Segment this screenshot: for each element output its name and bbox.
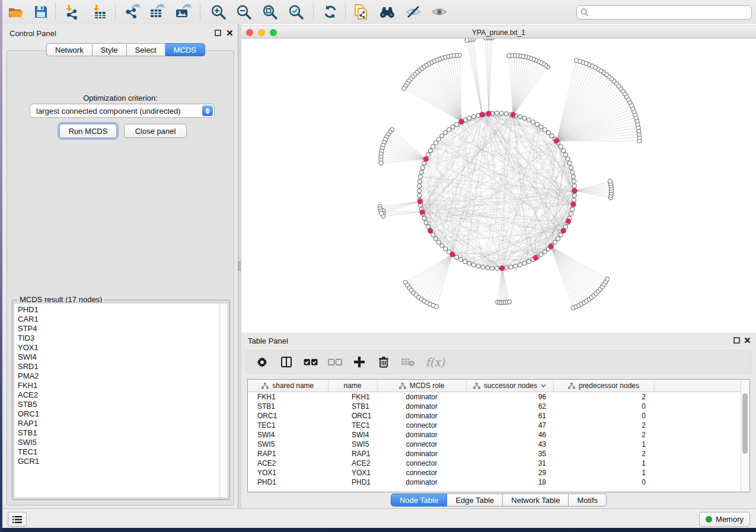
table-row[interactable]: PHD1PHD1dominator180 [248,477,741,487]
table-cell[interactable]: ORC1 [328,411,377,421]
result-node-item[interactable]: YOX1 [18,343,228,352]
table-cell[interactable]: PHD1 [248,477,328,487]
search-field[interactable] [576,5,752,20]
result-node-item[interactable]: GCR1 [18,457,228,466]
table-row[interactable]: ACE2ACE2connector311 [248,459,741,468]
table-row[interactable]: TEC1TEC1connector472 [248,421,741,430]
tab-motifs[interactable]: Motifs [569,493,607,507]
tab-network-table[interactable]: Network Table [503,493,569,507]
table-cell[interactable]: YOX1 [328,468,377,477]
table-cell[interactable]: 2 [553,392,654,402]
tab-node-table[interactable]: Node Table [391,493,448,507]
table-row[interactable]: SWI4SWI4dominator462 [248,430,741,440]
table-cell[interactable]: ORC1 [248,411,328,421]
table-cell[interactable]: SWI5 [328,440,377,449]
tab-mcds[interactable]: MCDS [165,43,205,56]
table-row[interactable]: FKH1FKH1dominator962 [248,392,741,402]
table-cell[interactable]: 2 [553,421,654,430]
table-cell[interactable]: FKH1 [328,392,377,402]
zoom-out-icon[interactable] [234,2,254,21]
table-cell[interactable]: 29 [466,468,553,477]
network-canvas[interactable] [241,39,756,332]
network-graph[interactable] [241,39,756,332]
table-cell[interactable]: 46 [466,430,553,440]
table-cell[interactable]: ACE2 [328,459,377,468]
table-cell[interactable]: STB1 [328,402,377,411]
delete-column-icon[interactable] [377,355,391,369]
table-cell[interactable]: connector [377,440,466,449]
col-mcds-role[interactable]: MCDS role [377,380,466,392]
col-predecessor-nodes[interactable]: predecessor nodes [553,380,654,392]
search-input[interactable] [592,8,748,17]
function-builder-icon[interactable]: f(x) [425,355,445,369]
table-cell[interactable]: STB1 [248,402,328,411]
table-cell[interactable]: 35 [466,449,553,459]
table-cell[interactable]: connector [377,468,466,477]
table-cell[interactable]: 31 [466,459,553,468]
result-node-item[interactable]: TEC1 [18,447,228,457]
deselect-all-checkbox-icon[interactable] [328,355,342,369]
table-cell[interactable]: 43 [466,440,553,449]
result-node-item[interactable]: ACE2 [18,390,228,400]
sort-chevron-icon[interactable] [541,384,546,387]
table-cell[interactable]: 2 [553,430,654,440]
tab-style[interactable]: Style [92,43,127,56]
table-row[interactable]: YOX1YOX1connector291 [248,468,741,477]
table-cell[interactable]: 1 [553,459,654,468]
result-list-scrollbar[interactable] [219,303,228,498]
table-cell[interactable]: 0 [553,411,654,421]
table-cell[interactable]: PHD1 [328,477,377,487]
result-node-item[interactable]: STB1 [18,428,228,438]
table-cell[interactable]: dominator [377,402,466,411]
table-cell[interactable]: 62 [466,402,553,411]
float-panel-icon[interactable] [213,28,222,37]
result-node-item[interactable]: PHD1 [18,305,228,315]
table-cell[interactable]: dominator [377,411,466,421]
table-cell[interactable]: RAP1 [248,449,328,459]
result-node-item[interactable]: RAP1 [18,419,228,428]
export-table-icon[interactable] [147,2,167,21]
zoom-fit-icon[interactable] [260,2,280,21]
tab-select[interactable]: Select [127,43,165,56]
table-cell[interactable]: 47 [466,421,553,430]
col-shared-name[interactable]: shared name [248,380,328,392]
export-network-icon[interactable] [122,2,142,21]
table-settings-icon[interactable] [255,355,269,369]
hide-selected-icon[interactable] [403,2,423,21]
table-row[interactable]: SWI5SWI5connector431 [248,440,741,449]
result-node-item[interactable]: PMA2 [18,371,228,381]
table-cell[interactable]: TEC1 [248,421,328,430]
mcds-result-list[interactable]: PHD1CAR1STP4TID3YOX1SWI4SRD1PMA2FKH1ACE2… [14,303,228,498]
table-cell[interactable]: dominator [377,392,466,402]
table-cell[interactable]: dominator [377,430,466,440]
table-cell[interactable]: ACE2 [248,459,328,468]
close-panel-button[interactable]: Close panel [124,124,187,138]
close-table-panel-icon[interactable] [743,336,751,344]
export-image-icon[interactable] [173,2,193,21]
table-scrollbar[interactable] [741,380,749,492]
import-table-icon[interactable] [89,2,109,21]
table-cell[interactable]: 2 [553,449,654,459]
select-all-checkbox-icon[interactable] [304,355,318,369]
save-session-icon[interactable] [31,2,51,21]
result-node-item[interactable]: ORC1 [18,409,228,419]
result-node-item[interactable]: SWI4 [18,352,228,362]
table-cell[interactable]: 0 [553,402,654,411]
col-successor-nodes[interactable]: successor nodes [466,380,553,392]
table-cell[interactable]: connector [377,459,466,468]
zoom-selected-icon[interactable] [286,2,306,21]
show-all-icon[interactable] [429,2,449,21]
table-cell[interactable]: SWI4 [248,430,328,440]
open-file-icon[interactable] [6,2,26,21]
table-cell[interactable]: 1 [553,468,654,477]
table-scrollbar-thumb[interactable] [742,393,748,454]
zoom-in-icon[interactable] [208,2,228,21]
table-cell[interactable]: TEC1 [328,421,377,430]
table-cell[interactable]: 18 [466,477,553,487]
result-node-item[interactable]: STP4 [18,324,228,334]
import-network-icon[interactable] [62,2,82,21]
memory-button[interactable]: Memory [699,512,750,527]
table-cell[interactable]: RAP1 [328,449,377,459]
column-layout-icon[interactable] [279,355,294,369]
table-row[interactable]: ORC1ORC1dominator610 [248,411,741,421]
